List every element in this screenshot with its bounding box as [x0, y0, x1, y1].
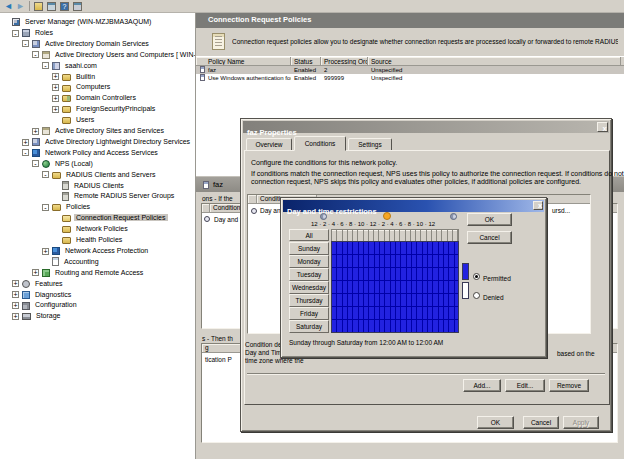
tree-item[interactable]: +Storage — [12, 311, 63, 321]
tree-item-label[interactable]: Server Manager (WIN-MZJBMA3AQUM) — [23, 18, 153, 25]
day-button-tuesday[interactable]: Tuesday — [289, 268, 329, 281]
collapse-icon[interactable]: - — [22, 149, 29, 156]
expand-icon[interactable]: + — [42, 248, 49, 255]
tree-item[interactable]: Health Policies — [52, 235, 124, 245]
tree-item[interactable]: -Roles — [12, 28, 55, 38]
forward-arrow-icon[interactable]: ► — [16, 1, 25, 11]
tree-item-label[interactable]: Health Policies — [74, 236, 124, 243]
tree-item-label[interactable]: Features — [33, 280, 65, 287]
day-button-monday[interactable]: Monday — [289, 255, 329, 268]
tree-item-label[interactable]: Network Policies — [74, 225, 130, 232]
tree-item[interactable]: Remote RADIUS Server Groups — [52, 191, 176, 201]
tree-item[interactable]: Accounting — [42, 257, 101, 267]
tree-item[interactable]: -saahi.com — [42, 61, 99, 71]
tab-conditions[interactable]: Conditions — [294, 136, 346, 151]
expand-icon[interactable]: + — [22, 139, 29, 146]
window-icon[interactable] — [47, 2, 56, 11]
expand-icon[interactable]: + — [52, 73, 59, 80]
expand-icon[interactable]: + — [52, 95, 59, 102]
tree-item-label[interactable]: NPS (Local) — [53, 160, 95, 167]
expand-icon[interactable]: + — [32, 269, 39, 276]
tree-item[interactable]: +Domain Controllers — [52, 93, 138, 103]
tree-item-label[interactable]: Connection Request Policies — [74, 214, 168, 221]
expand-icon[interactable]: + — [52, 84, 59, 91]
tree-item[interactable]: +Configuration — [12, 300, 79, 310]
tree-item-label[interactable]: Active Directory Sites and Services — [53, 127, 166, 134]
tree-item-label[interactable]: saahi.com — [63, 62, 99, 69]
add-button[interactable]: Add... — [463, 379, 501, 392]
collapse-icon[interactable]: - — [32, 51, 39, 58]
properties-dialog-titlebar[interactable]: faz Properties x — [243, 121, 609, 133]
back-arrow-icon[interactable]: ◄ — [4, 1, 13, 11]
tree-item[interactable]: Users — [52, 115, 96, 125]
export-icon[interactable] — [34, 2, 43, 11]
tree-item-label[interactable]: Routing and Remote Access — [53, 269, 145, 276]
expand-icon[interactable]: + — [12, 280, 19, 287]
tree-item[interactable]: +Builtin — [52, 72, 97, 82]
setting-row[interactable]: tication P — [205, 356, 232, 363]
collapse-icon[interactable]: - — [12, 30, 19, 37]
tree-item-label[interactable]: Active Directory Lightweight Directory S… — [43, 138, 192, 145]
column-header[interactable]: Processing Order — [321, 57, 368, 65]
day-button-sunday[interactable]: Sunday — [289, 242, 329, 255]
tree-item-label[interactable]: Active Directory Users and Computers [ W… — [53, 51, 196, 58]
policy-row[interactable]: fazEnabled2Unspecified — [196, 66, 624, 74]
tree-item-label[interactable]: Network Access Protection — [63, 247, 150, 254]
tree-item-label[interactable]: Accounting — [62, 258, 101, 265]
tree-item-label[interactable]: Computers — [74, 83, 112, 90]
expand-icon[interactable]: + — [52, 106, 59, 113]
time-dialog-titlebar[interactable]: Day and time restrictions x — [283, 200, 544, 212]
remove-button[interactable]: Remove — [549, 379, 589, 392]
tree-item-label[interactable]: Remote RADIUS Server Groups — [72, 192, 176, 199]
tree-item[interactable]: -Active Directory Users and Computers [ … — [32, 50, 196, 60]
cancel-button[interactable]: Cancel — [467, 231, 512, 244]
console-icon[interactable] — [73, 2, 82, 11]
tree-item-label[interactable]: RADIUS Clients — [72, 182, 126, 189]
tree-item-label[interactable]: Roles — [33, 29, 55, 36]
radio-icon[interactable] — [473, 292, 480, 299]
collapse-icon[interactable]: - — [42, 171, 49, 178]
expand-icon[interactable]: + — [12, 291, 19, 298]
tree-item-label[interactable]: ForeignSecurityPrincipals — [74, 105, 157, 112]
collapse-icon[interactable]: - — [32, 160, 39, 167]
policy-table-header[interactable]: Policy NameStatusProcessing OrderSource — [196, 56, 624, 66]
tree-item-label[interactable]: Configuration — [33, 301, 79, 308]
tree-item-label[interactable]: Diagnostics — [33, 291, 73, 298]
collapse-icon[interactable]: - — [42, 62, 49, 69]
tree-item[interactable]: Server Manager (WIN-MZJBMA3AQUM) — [2, 17, 153, 27]
day-button-saturday[interactable]: Saturday — [289, 320, 329, 333]
help-icon[interactable]: ? — [60, 2, 69, 11]
tree-item-label[interactable]: Policies — [64, 203, 92, 210]
tree-item[interactable]: -Policies — [42, 202, 92, 212]
tree-item-label[interactable]: RADIUS Clients and Servers — [64, 171, 157, 178]
hour-tick[interactable] — [453, 230, 458, 241]
all-button[interactable]: All — [289, 229, 329, 241]
expand-icon[interactable]: + — [12, 313, 19, 320]
tree-item[interactable]: +Routing and Remote Access — [32, 268, 145, 278]
tree-item[interactable]: +Features — [12, 279, 65, 289]
tree-item[interactable]: -Active Directory Domain Services — [22, 39, 151, 49]
column-header[interactable]: Status — [291, 57, 321, 65]
selector-column-header[interactable] — [202, 204, 210, 212]
hour-tick-row[interactable] — [331, 229, 459, 241]
column-header[interactable]: Policy Name — [196, 57, 291, 65]
tree-item[interactable]: Network Policies — [52, 224, 130, 234]
selector-column-header[interactable] — [248, 195, 257, 203]
tree-item[interactable]: -RADIUS Clients and Servers — [42, 170, 157, 180]
permitted-radio[interactable]: Permitted — [473, 267, 511, 285]
policy-row[interactable]: Use Windows authentication for all users… — [196, 74, 624, 82]
radio-icon[interactable] — [473, 273, 480, 280]
collapse-icon[interactable]: - — [42, 204, 49, 211]
time-grid[interactable] — [331, 241, 459, 333]
tree-item-label[interactable]: Users — [74, 116, 96, 123]
close-icon[interactable]: x — [597, 122, 608, 132]
tree-item-label[interactable]: Builtin — [74, 73, 97, 80]
day-button-friday[interactable]: Friday — [289, 307, 329, 320]
tree-item[interactable]: +Computers — [52, 82, 112, 92]
day-button-wednesday[interactable]: Wednesday — [289, 281, 329, 294]
tree-item[interactable]: Connection Request Policies — [52, 213, 168, 223]
edit-button[interactable]: Edit... — [505, 379, 545, 392]
tree-item[interactable]: +ForeignSecurityPrincipals — [52, 104, 157, 114]
tree-item[interactable]: +Active Directory Lightweight Directory … — [22, 137, 192, 147]
collapse-icon[interactable]: - — [22, 40, 29, 47]
